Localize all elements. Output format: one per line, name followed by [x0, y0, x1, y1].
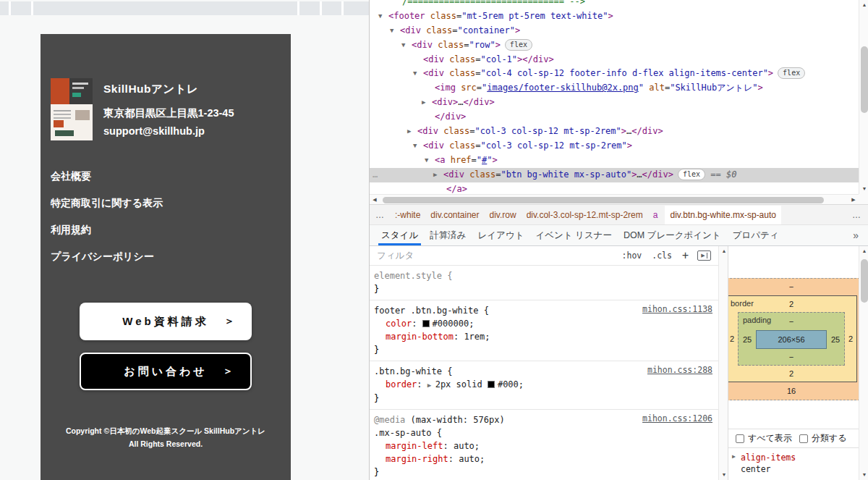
- scrollbar-thumb[interactable]: [383, 197, 824, 203]
- resource-link[interactable]: images/footer-skillhub@2x.png: [487, 83, 639, 93]
- content-size-value[interactable]: 206×56: [756, 330, 827, 349]
- scroll-right-icon[interactable]: ▶: [848, 195, 859, 205]
- dom-tree-row[interactable]: ▼<footer class="mt-5rem pt-5rem text-whi…: [370, 9, 859, 24]
- new-style-rule-button[interactable]: +: [682, 249, 689, 262]
- scrollbar-thumb[interactable]: [861, 259, 868, 303]
- style-property[interactable]: border: ▶ 2px solid #000;: [370, 378, 718, 392]
- collapse-arrow-icon[interactable]: ▼: [425, 153, 428, 168]
- devtools-tab[interactable]: レイアウト: [477, 225, 524, 245]
- contact-button[interactable]: お問い合わせ ＞: [80, 353, 252, 390]
- footer-copyright: Copyright ©日本初のWeb起業スクール SkillHubアントレ Al…: [41, 424, 291, 450]
- sidebar-vertical-scrollbar[interactable]: ▲ ▼: [859, 246, 868, 480]
- request-docs-button[interactable]: Web資料請求 ＞: [80, 303, 252, 340]
- collapse-arrow-icon[interactable]: ▼: [413, 67, 417, 81]
- stylesheet-link[interactable]: mihon.css:1206: [642, 413, 712, 424]
- show-all-checkbox[interactable]: [736, 434, 744, 443]
- expand-arrow-icon[interactable]: ▶: [427, 382, 435, 389]
- property-value: 1rem: [464, 332, 485, 342]
- property-name: border: [386, 379, 417, 390]
- box-model-margin[interactable]: − border 2 2 padding − 25 206×56: [728, 278, 859, 400]
- flex-badge[interactable]: flex: [505, 39, 532, 51]
- dom-tree-row[interactable]: ▼<div class="row">flex: [370, 38, 859, 53]
- collapse-arrow-icon[interactable]: ▼: [378, 9, 382, 24]
- style-property[interactable]: margin-right: auto;: [370, 452, 718, 466]
- collapse-arrow-icon[interactable]: ▼: [401, 38, 405, 53]
- scroll-up-icon[interactable]: ▲: [859, 246, 868, 256]
- flex-badge[interactable]: flex: [778, 67, 805, 79]
- dom-tree-row[interactable]: /============================== -->: [370, 0, 859, 9]
- styles-vertical-scrollbar[interactable]: ▲ ▼: [718, 246, 728, 480]
- dom-tree-row[interactable]: </a>: [370, 182, 859, 194]
- scroll-down-icon[interactable]: ▼: [859, 470, 868, 480]
- devtools-tab[interactable]: スタイル: [381, 225, 418, 245]
- dom-tree-row[interactable]: ▼<a href="#">: [370, 153, 859, 168]
- dom-tree-row[interactable]: <img src="images/footer-skillhub@2x.png"…: [370, 81, 859, 96]
- group-checkbox[interactable]: [799, 434, 808, 443]
- dom-tree-row[interactable]: ▼<div class="container">: [370, 24, 859, 38]
- devtools-tab[interactable]: 計算済み: [430, 225, 466, 245]
- devtools-tab[interactable]: DOM ブレークポイント: [624, 225, 721, 245]
- box-model-diagram[interactable]: − border 2 2 padding − 25 206×56: [728, 278, 859, 400]
- logo-art: [51, 78, 69, 104]
- scroll-down-icon[interactable]: ▼: [859, 184, 868, 194]
- rendering-emulation-icon[interactable]: ▶: [697, 250, 711, 261]
- collapse-arrow-icon[interactable]: ▼: [413, 139, 417, 153]
- styles-filter-input[interactable]: フィルタ: [377, 250, 622, 262]
- devtools-tab[interactable]: プロパティ: [733, 225, 779, 245]
- media-keyword: @media: [374, 415, 405, 425]
- style-property[interactable]: margin-left: auto;: [370, 439, 718, 452]
- devtools-tab[interactable]: イベント リスナー: [535, 225, 612, 245]
- elements-vertical-scrollbar[interactable]: ▲ ▼: [859, 0, 868, 194]
- color-swatch-icon[interactable]: [422, 320, 430, 327]
- rule-selector: .btn.bg-white {: [374, 366, 452, 376]
- breadcrumb-item[interactable]: div.col-3.col-sp-12.mt-sp-2rem: [527, 210, 643, 220]
- logo-art: [72, 83, 88, 85]
- dom-tree-row[interactable]: ▼<div class="col-4 col-sp-12 footer-info…: [370, 67, 859, 81]
- scroll-up-icon[interactable]: ▲: [859, 0, 868, 10]
- breadcrumb-overflow-button[interactable]: …: [375, 210, 385, 220]
- breadcrumb-overflow-button[interactable]: …: [852, 210, 861, 220]
- dom-tree-row[interactable]: </div>: [370, 110, 859, 125]
- breadcrumb-item[interactable]: div.container: [430, 210, 479, 220]
- flex-badge[interactable]: flex: [678, 169, 705, 180]
- expand-arrow-icon[interactable]: ▶: [407, 125, 411, 139]
- elements-horizontal-scrollbar[interactable]: ◀ ▶: [370, 194, 859, 204]
- more-tabs-button[interactable]: »: [853, 225, 859, 245]
- toggle-hover-state-button[interactable]: :hov: [622, 250, 642, 261]
- code-token: class: [438, 126, 469, 136]
- breadcrumb-item[interactable]: a: [653, 210, 658, 220]
- rule-close-brace: }: [370, 282, 718, 295]
- footer-link[interactable]: 会社概要: [51, 170, 163, 183]
- expand-arrow-icon[interactable]: ▶: [422, 96, 425, 110]
- dom-tree-row[interactable]: ▼<div class="col-3 col-sp-12 mt-sp-2rem"…: [370, 139, 859, 153]
- dom-tree-row[interactable]: ▶<div>…</div>: [370, 96, 859, 110]
- computed-property[interactable]: ▶ align-items center: [728, 450, 859, 474]
- scroll-left-icon[interactable]: ◀: [370, 195, 380, 205]
- toggle-classes-button[interactable]: .cls: [652, 250, 672, 261]
- scrollbar-thumb[interactable]: [861, 46, 868, 113]
- color-swatch-icon[interactable]: [488, 381, 495, 388]
- dom-tree-row[interactable]: <div class="col-1"></div>: [370, 53, 859, 67]
- collapse-arrow-icon[interactable]: ▼: [390, 24, 393, 38]
- footer-link[interactable]: プライバシーポリシー: [51, 250, 163, 264]
- expand-arrow-icon[interactable]: ▶: [732, 453, 736, 460]
- stylesheet-link[interactable]: mihon.css:288: [647, 365, 712, 375]
- code-token: ": [639, 83, 644, 93]
- breadcrumb-item[interactable]: div.row: [490, 210, 516, 220]
- style-property[interactable]: color: #000000;: [370, 317, 718, 330]
- margin-bottom-value: 16: [728, 382, 857, 400]
- footer-link[interactable]: 特定商取引に関する表示: [51, 197, 163, 210]
- show-all-label: すべて表示: [748, 432, 792, 445]
- breadcrumb-item[interactable]: :-white: [395, 210, 420, 220]
- footer-link[interactable]: 利用規約: [51, 224, 163, 237]
- box-model-padding[interactable]: padding − 25 206×56 25 −: [738, 312, 845, 366]
- box-model-border[interactable]: border 2 2 padding − 25 206×56 25: [728, 295, 857, 382]
- expand-arrow-icon[interactable]: ▶: [433, 168, 437, 182]
- breadcrumb-item-selected[interactable]: div.btn.bg-white.mx-sp-auto: [665, 206, 781, 224]
- style-property[interactable]: margin-bottom: 1rem;: [370, 330, 718, 343]
- stylesheet-link[interactable]: mihon.css:1138: [642, 304, 712, 314]
- more-actions-icon[interactable]: …: [373, 168, 378, 182]
- code-token: >: [495, 40, 501, 50]
- dom-tree-row[interactable]: ▶<div class="col-3 col-sp-12 mt-sp-2rem"…: [370, 125, 859, 139]
- dom-tree-row-selected[interactable]: …▶<div class="btn bg-white mx-sp-auto">……: [370, 168, 859, 182]
